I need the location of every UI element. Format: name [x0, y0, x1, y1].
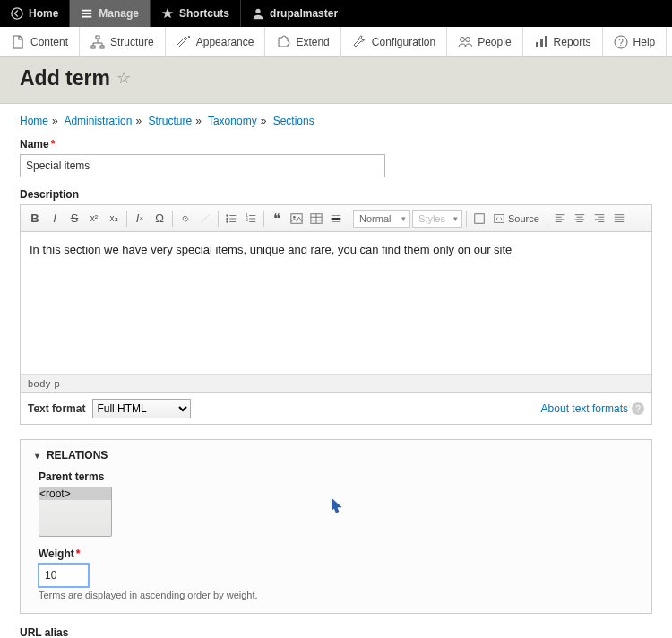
svg-point-13	[226, 214, 228, 217]
broken-chain-icon	[199, 212, 211, 225]
align-justify-icon	[613, 212, 625, 225]
toolbar-manage-label: Manage	[99, 7, 139, 20]
menu-content[interactable]: Content	[0, 27, 80, 57]
parent-terms-select[interactable]: <root>	[39, 487, 112, 537]
menu-extend[interactable]: Extend	[265, 27, 340, 57]
ckeditor-body[interactable]: In this section we have very special ite…	[21, 232, 651, 374]
description-label: Description	[20, 188, 652, 201]
chain-icon	[179, 212, 192, 225]
people-icon	[458, 35, 472, 49]
toolbar-shortcuts[interactable]: Shortcuts	[151, 0, 241, 27]
toolbar-user-label: drupalmaster	[270, 7, 338, 20]
favorite-star-icon[interactable]: ☆	[116, 69, 131, 87]
back-chevron-icon	[11, 7, 23, 20]
numbered-list-button[interactable]: 12	[242, 210, 260, 228]
star-icon	[161, 7, 174, 20]
name-input[interactable]	[20, 154, 385, 177]
menu-people[interactable]: People	[447, 27, 522, 57]
weight-label: Weight*	[39, 547, 639, 560]
table-icon	[310, 212, 323, 225]
svg-rect-3	[91, 46, 95, 48]
breadcrumb-administration[interactable]: Administration	[64, 115, 132, 127]
format-dropdown[interactable]: Normal	[353, 210, 410, 228]
weight-description: Terms are displayed in ascending order b…	[39, 590, 639, 600]
menu-configuration[interactable]: Configuration	[341, 27, 447, 57]
about-text-formats-link[interactable]: About text formats	[541, 402, 628, 415]
svg-rect-9	[540, 39, 543, 47]
toolbar-home-label: Home	[29, 7, 58, 20]
page-title: Add term	[20, 66, 110, 91]
svg-point-14	[226, 217, 228, 220]
maximize-button[interactable]	[470, 210, 488, 228]
blockquote-button[interactable]: ❝	[268, 210, 286, 228]
align-left-button[interactable]	[551, 210, 569, 228]
menu-content-label: Content	[30, 36, 68, 48]
align-center-icon	[573, 212, 586, 225]
menu-appearance[interactable]: Appearance	[166, 27, 266, 57]
unlink-button[interactable]	[196, 210, 214, 228]
breadcrumb-home[interactable]: Home	[20, 115, 48, 127]
parent-terms-label: Parent terms	[39, 470, 639, 483]
image-button[interactable]	[288, 210, 306, 228]
toolbar-top: Home Manage Shortcuts drupalmaster	[0, 0, 672, 27]
menu-appearance-label: Appearance	[196, 36, 254, 48]
weight-input[interactable]	[39, 564, 89, 587]
source-button[interactable]: Source	[490, 213, 543, 224]
toolbar-user[interactable]: drupalmaster	[241, 0, 349, 27]
menu-help[interactable]: ?Help	[603, 27, 668, 57]
parent-terms-wrapper: Parent terms <root>	[39, 470, 639, 537]
ckeditor: B I S x² x₂ I× Ω 12 ❝ Normal	[20, 204, 652, 393]
svg-point-7	[466, 37, 470, 41]
weight-wrapper: Weight* Terms are displayed in ascending…	[39, 547, 639, 600]
puzzle-icon	[276, 35, 290, 49]
ckeditor-toolbar: B I S x² x₂ I× Ω 12 ❝ Normal	[21, 205, 651, 232]
align-left-icon	[554, 212, 566, 225]
relations-details: RELATIONS Parent terms <root> Weight* Te…	[20, 439, 652, 614]
table-button[interactable]	[307, 210, 325, 228]
remove-format-button[interactable]: I×	[131, 210, 149, 228]
align-justify-button[interactable]	[610, 210, 628, 228]
svg-rect-21	[475, 213, 485, 223]
breadcrumb-structure[interactable]: Structure	[148, 115, 192, 127]
title-bar: Add term ☆	[0, 57, 672, 104]
subscript-button[interactable]: x₂	[105, 210, 123, 228]
strikethrough-button[interactable]: S	[65, 210, 83, 228]
link-button[interactable]	[177, 210, 194, 228]
bold-button[interactable]: B	[26, 210, 44, 228]
horizontal-rule-button[interactable]	[327, 210, 345, 228]
italic-button[interactable]: I	[46, 210, 64, 228]
name-wrapper: Name*	[20, 138, 652, 177]
align-center-button[interactable]	[571, 210, 589, 228]
align-right-button[interactable]	[590, 210, 608, 228]
superscript-button[interactable]: x²	[85, 210, 103, 228]
wand-icon	[177, 35, 191, 49]
toolbar-manage[interactable]: Manage	[70, 0, 151, 27]
special-char-button[interactable]: Ω	[151, 210, 168, 228]
bar-chart-icon	[534, 35, 548, 49]
ckeditor-path[interactable]: body p	[21, 374, 651, 392]
relations-summary[interactable]: RELATIONS	[33, 449, 639, 461]
breadcrumb: Home» Administration» Structure» Taxonom…	[20, 115, 652, 127]
menu-reports[interactable]: Reports	[523, 27, 603, 57]
menu-collapse-button[interactable]	[667, 33, 672, 50]
breadcrumb-sections[interactable]: Sections	[273, 115, 314, 127]
svg-rect-10	[545, 36, 547, 47]
svg-point-15	[226, 220, 228, 223]
svg-text:2: 2	[246, 216, 248, 221]
person-icon	[252, 7, 264, 20]
question-mark-icon[interactable]: ?	[632, 402, 644, 415]
text-format-bar: Text format Full HTML About text formats…	[20, 393, 652, 425]
bullet-list-button[interactable]	[222, 210, 240, 228]
svg-rect-4	[100, 46, 104, 48]
menu-configuration-label: Configuration	[372, 36, 435, 48]
text-format-select[interactable]: Full HTML	[92, 399, 191, 418]
hamburger-icon	[81, 7, 93, 20]
menu-structure[interactable]: Structure	[80, 27, 166, 57]
svg-point-6	[461, 37, 465, 41]
toolbar-home[interactable]: Home	[0, 0, 70, 27]
numbered-list-icon: 12	[245, 212, 257, 225]
content-region: Home» Administration» Structure» Taxonom…	[0, 104, 672, 638]
tree-icon	[90, 35, 105, 49]
styles-dropdown[interactable]: Styles	[412, 210, 462, 228]
breadcrumb-taxonomy[interactable]: Taxonomy	[208, 115, 257, 127]
